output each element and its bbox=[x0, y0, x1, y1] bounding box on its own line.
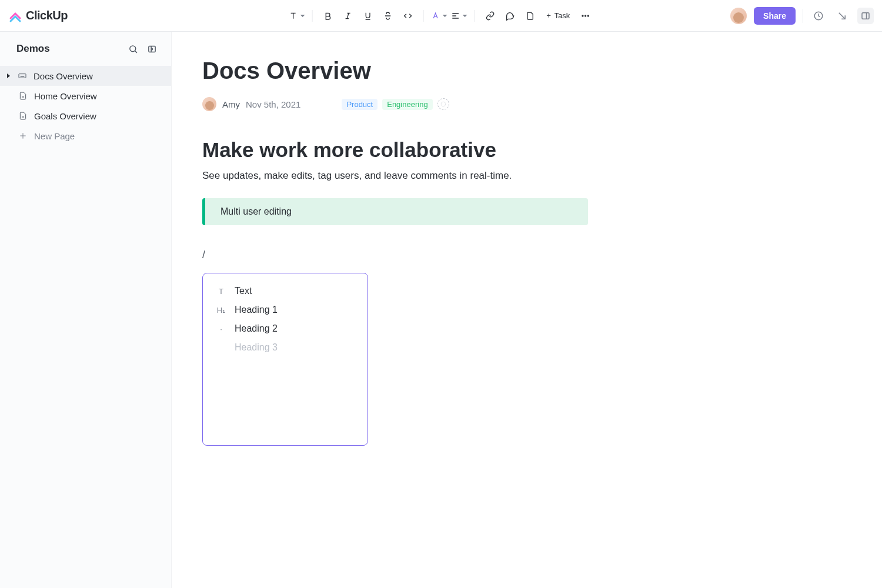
doc-icon bbox=[18, 91, 28, 101]
doc-heading[interactable]: Make work more collaborative bbox=[202, 138, 835, 162]
slash-menu-item-heading1[interactable]: H₁ Heading 1 bbox=[208, 300, 363, 319]
sidebar-item-docs-overview[interactable]: Docs Overview bbox=[0, 66, 171, 86]
topbar-divider bbox=[803, 9, 803, 23]
link-button[interactable] bbox=[482, 8, 499, 24]
author-name: Amy bbox=[222, 99, 240, 109]
app-logo[interactable]: ClickUp bbox=[8, 9, 68, 23]
clickup-logo-icon bbox=[8, 9, 22, 23]
doc-tags: Product Engineering bbox=[342, 98, 449, 110]
align-dropdown[interactable] bbox=[451, 8, 467, 24]
slash-menu-label: Heading 2 bbox=[235, 323, 278, 334]
add-task-button[interactable]: Task bbox=[542, 11, 574, 20]
text-icon: T bbox=[216, 287, 226, 296]
slash-menu-label: Heading 3 bbox=[235, 342, 278, 353]
sidebar-item-goals-overview[interactable]: Goals Overview bbox=[0, 106, 171, 126]
heading1-icon: H₁ bbox=[216, 306, 226, 315]
sidebar-title: Demos bbox=[16, 43, 50, 55]
code-button[interactable] bbox=[400, 8, 416, 24]
font-color-dropdown[interactable] bbox=[431, 8, 447, 24]
sidebar-item-home-overview[interactable]: Home Overview bbox=[0, 86, 171, 106]
add-tag-button[interactable] bbox=[437, 98, 449, 110]
svg-point-5 bbox=[129, 45, 135, 51]
italic-button[interactable] bbox=[340, 8, 356, 24]
svg-point-0 bbox=[582, 15, 583, 16]
more-button[interactable] bbox=[577, 8, 593, 24]
history-icon[interactable] bbox=[810, 8, 827, 24]
bold-button[interactable] bbox=[320, 8, 336, 24]
toolbar-divider bbox=[423, 10, 424, 22]
user-avatar[interactable] bbox=[730, 8, 747, 24]
panel-toggle-icon[interactable] bbox=[857, 8, 874, 24]
doc-title[interactable]: Docs Overview bbox=[202, 58, 835, 84]
sidebar-item-label: Goals Overview bbox=[34, 111, 96, 121]
comment-button[interactable] bbox=[502, 8, 519, 24]
topbar: ClickUp bbox=[0, 0, 882, 32]
search-icon[interactable] bbox=[126, 42, 139, 55]
doc-content: Docs Overview Amy Nov 5th, 2021 Product … bbox=[172, 32, 882, 588]
heading2-icon: · bbox=[216, 325, 226, 333]
app-name: ClickUp bbox=[26, 9, 68, 22]
download-icon[interactable] bbox=[834, 8, 850, 24]
doc-paragraph[interactable]: See updates, make edits, tag users, and … bbox=[202, 170, 835, 182]
svg-point-8 bbox=[441, 102, 446, 106]
text-style-dropdown[interactable] bbox=[289, 8, 305, 24]
slash-menu-label: Heading 1 bbox=[235, 305, 278, 315]
svg-rect-4 bbox=[862, 12, 869, 19]
sidebar-item-label: New Page bbox=[34, 131, 75, 141]
format-toolbar: Task bbox=[289, 8, 594, 24]
slash-menu-item-text[interactable]: T Text bbox=[208, 282, 363, 300]
share-button[interactable]: Share bbox=[754, 7, 796, 25]
strikethrough-button[interactable] bbox=[380, 8, 396, 24]
plus-icon bbox=[18, 131, 28, 141]
author-avatar[interactable] bbox=[202, 97, 216, 111]
svg-point-2 bbox=[587, 15, 589, 16]
slash-menu-item-heading3[interactable]: Heading 3 bbox=[208, 338, 363, 357]
page-button[interactable] bbox=[522, 8, 539, 24]
slash-menu: T Text H₁ Heading 1 · Heading 2 Heading … bbox=[202, 273, 368, 446]
keyboard-icon bbox=[17, 71, 28, 81]
underline-button[interactable] bbox=[360, 8, 376, 24]
topbar-right: Share bbox=[730, 7, 874, 25]
toolbar-divider bbox=[312, 10, 313, 22]
tag-engineering[interactable]: Engineering bbox=[382, 99, 432, 110]
collapse-sidebar-icon[interactable] bbox=[145, 42, 158, 55]
callout-block[interactable]: Multi user editing bbox=[202, 198, 588, 225]
svg-rect-7 bbox=[19, 74, 26, 78]
tag-product[interactable]: Product bbox=[342, 99, 377, 110]
sidebar-new-page[interactable]: New Page bbox=[0, 126, 171, 146]
sidebar-header: Demos bbox=[0, 32, 171, 66]
sidebar: Demos Docs Overview Home Overview bbox=[0, 32, 172, 588]
svg-rect-6 bbox=[148, 46, 155, 52]
sidebar-item-label: Home Overview bbox=[34, 91, 97, 101]
task-button-label: Task bbox=[554, 11, 570, 20]
slash-menu-item-heading2[interactable]: · Heading 2 bbox=[208, 319, 363, 338]
toolbar-divider bbox=[475, 10, 475, 22]
doc-meta: Amy Nov 5th, 2021 Product Engineering bbox=[202, 97, 835, 111]
caret-icon bbox=[7, 74, 10, 78]
doc-icon bbox=[18, 111, 28, 121]
doc-date: Nov 5th, 2021 bbox=[246, 99, 300, 109]
slash-command-trigger[interactable]: / bbox=[202, 249, 835, 261]
slash-menu-label: Text bbox=[235, 286, 252, 296]
svg-point-1 bbox=[584, 15, 586, 16]
sidebar-item-label: Docs Overview bbox=[34, 71, 93, 81]
